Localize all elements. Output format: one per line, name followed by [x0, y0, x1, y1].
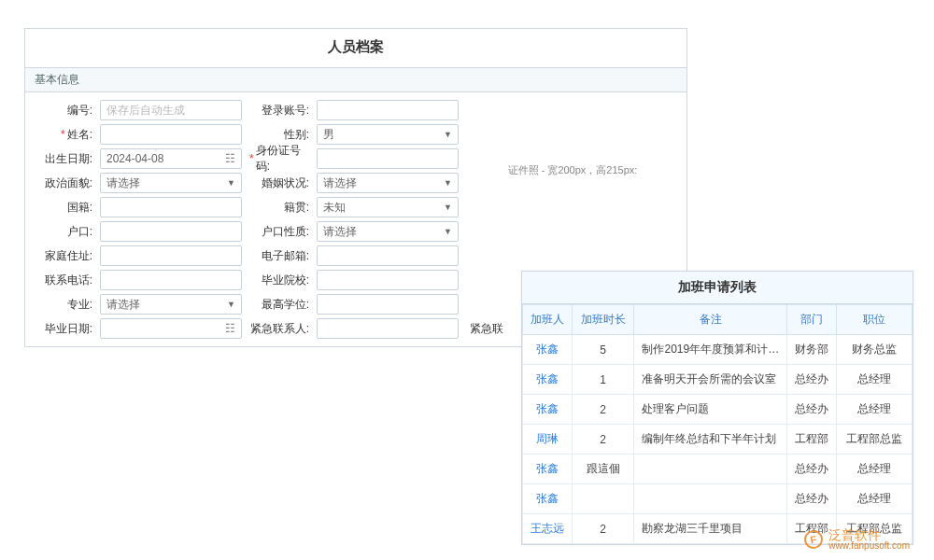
chevron-down-icon: ▼: [444, 227, 452, 236]
cell-note: 编制年终总结和下半年计划: [634, 425, 787, 455]
cell-note: 准备明天开会所需的会议室: [634, 365, 787, 395]
select-political[interactable]: 请选择▼: [100, 173, 242, 193]
label-email: 电子邮箱:: [248, 244, 315, 268]
col-person[interactable]: 加班人: [523, 305, 573, 335]
cell-dept: 工程部: [787, 425, 837, 455]
cell-person[interactable]: 张鑫: [523, 335, 573, 365]
table-row[interactable]: 张鑫2处理客户问题总经办总经理: [523, 395, 913, 425]
chevron-down-icon: ▼: [444, 203, 452, 212]
label-grad-date: 毕业日期:: [31, 316, 98, 341]
cell-note: [634, 484, 787, 514]
photo-placeholder[interactable]: 证件照 - 宽200px，高215px:: [464, 98, 681, 244]
cell-position: 总经理: [837, 455, 913, 484]
cell-person[interactable]: 周琳: [523, 425, 573, 455]
label-native: 籍贯:: [248, 195, 315, 219]
input-login[interactable]: [317, 100, 459, 120]
label-emergency: 紧急联系人:: [248, 316, 315, 341]
cell-position: 总经理: [837, 484, 913, 514]
table-row[interactable]: 张鑫跟這個总经办总经理: [523, 455, 913, 484]
label-id: 编号:: [31, 98, 98, 122]
overtime-table: 加班人 加班时长 备注 部门 职位 张鑫5制作2019年年度预算和计划...财务…: [522, 304, 913, 544]
input-idcard[interactable]: [317, 148, 459, 169]
cell-dept: 总经办: [787, 484, 837, 514]
chevron-down-icon: ▼: [444, 130, 452, 139]
cell-dept: 总经办: [787, 455, 837, 484]
select-major[interactable]: 请选择▼: [100, 294, 242, 315]
overtime-panel: 加班申请列表 加班人 加班时长 备注 部门 职位 张鑫5制作2019年年度预算和…: [521, 271, 913, 545]
cell-hours: 2: [572, 514, 634, 544]
watermark-url: www.fanpusoft.com: [828, 541, 910, 551]
table-row[interactable]: 张鑫1准备明天开会所需的会议室总经办总经理: [523, 365, 913, 395]
cell-person[interactable]: 张鑫: [523, 365, 573, 395]
cell-position: 总经理: [837, 365, 913, 395]
label-name: *姓名:: [31, 122, 98, 147]
col-note[interactable]: 备注: [634, 305, 787, 335]
input-address[interactable]: [100, 245, 242, 266]
cell-position: 财务总监: [837, 335, 913, 365]
chevron-down-icon: ▼: [444, 178, 452, 188]
input-school[interactable]: [317, 270, 459, 290]
label-nationality: 国籍:: [31, 195, 98, 219]
select-hukou-type[interactable]: 请选择▼: [317, 221, 459, 242]
cell-note: 勘察龙湖三千里项目: [634, 514, 787, 544]
cell-note: 处理客户问题: [634, 395, 787, 425]
chevron-down-icon: ▼: [227, 178, 235, 188]
cell-dept: 总经办: [787, 395, 837, 425]
table-row[interactable]: 周琳2编制年终总结和下半年计划工程部工程部总监: [523, 425, 913, 455]
input-id[interactable]: [100, 100, 242, 120]
logo-icon: F: [803, 528, 825, 550]
label-major: 专业:: [31, 292, 98, 316]
table-header-row: 加班人 加班时长 备注 部门 职位: [523, 305, 913, 335]
label-hukou-type: 户口性质:: [248, 219, 315, 244]
col-position[interactable]: 职位: [837, 305, 913, 335]
label-birth: 出生日期:: [31, 147, 98, 171]
chevron-down-icon: ▼: [227, 300, 235, 309]
input-emergency[interactable]: [317, 318, 459, 339]
cell-hours: 2: [572, 395, 634, 425]
label-hukou: 户口:: [31, 219, 98, 244]
cell-note: 制作2019年年度预算和计划...: [634, 335, 787, 365]
cell-hours: 跟這個: [572, 455, 634, 484]
input-name[interactable]: [100, 124, 242, 145]
label-political: 政治面貌:: [31, 171, 98, 195]
calendar-icon: ☷: [225, 152, 235, 165]
input-hukou[interactable]: [100, 221, 242, 242]
cell-hours: 5: [572, 335, 634, 365]
cell-position: 总经理: [837, 395, 913, 425]
select-marriage[interactable]: 请选择▼: [317, 173, 459, 193]
label-address: 家庭住址:: [31, 244, 98, 268]
profile-title: 人员档案: [25, 29, 686, 67]
table-row[interactable]: 张鑫总经办总经理: [523, 484, 913, 514]
cell-hours: 2: [572, 425, 634, 455]
col-hours[interactable]: 加班时长: [572, 305, 634, 335]
cell-hours: 1: [572, 365, 634, 395]
cell-position: 工程部总监: [837, 425, 913, 455]
select-gender[interactable]: 男▼: [317, 124, 459, 145]
cell-dept: 财务部: [787, 335, 837, 365]
input-grad-date[interactable]: ☷: [100, 318, 242, 339]
label-marriage: 婚姻状况:: [248, 171, 315, 195]
col-dept[interactable]: 部门: [787, 305, 837, 335]
select-native[interactable]: 未知▼: [317, 197, 459, 217]
cell-person[interactable]: 张鑫: [523, 395, 573, 425]
calendar-icon: ☷: [225, 322, 235, 335]
label-phone: 联系电话:: [31, 268, 98, 292]
input-phone[interactable]: [100, 270, 242, 290]
cell-note: [634, 455, 787, 484]
input-nationality[interactable]: [100, 197, 242, 217]
overtime-title: 加班申请列表: [522, 272, 913, 304]
label-degree: 最高学位:: [248, 292, 315, 316]
cell-hours: [572, 484, 634, 514]
watermark: F 泛普软件 www.fanpusoft.com: [804, 528, 910, 551]
cell-person[interactable]: 王志远: [523, 514, 573, 544]
cell-dept: 总经办: [787, 365, 837, 395]
overtime-tbody: 张鑫5制作2019年年度预算和计划...财务部财务总监张鑫1准备明天开会所需的会…: [523, 335, 913, 544]
input-degree[interactable]: [317, 294, 459, 315]
label-school: 毕业院校:: [248, 268, 315, 292]
label-idcard: *身份证号码:: [248, 147, 315, 171]
table-row[interactable]: 张鑫5制作2019年年度预算和计划...财务部财务总监: [523, 335, 913, 365]
input-email[interactable]: [317, 245, 459, 266]
input-birth-date[interactable]: 2024-04-08☷: [100, 148, 242, 169]
cell-person[interactable]: 张鑫: [523, 484, 573, 514]
cell-person[interactable]: 张鑫: [523, 455, 573, 484]
